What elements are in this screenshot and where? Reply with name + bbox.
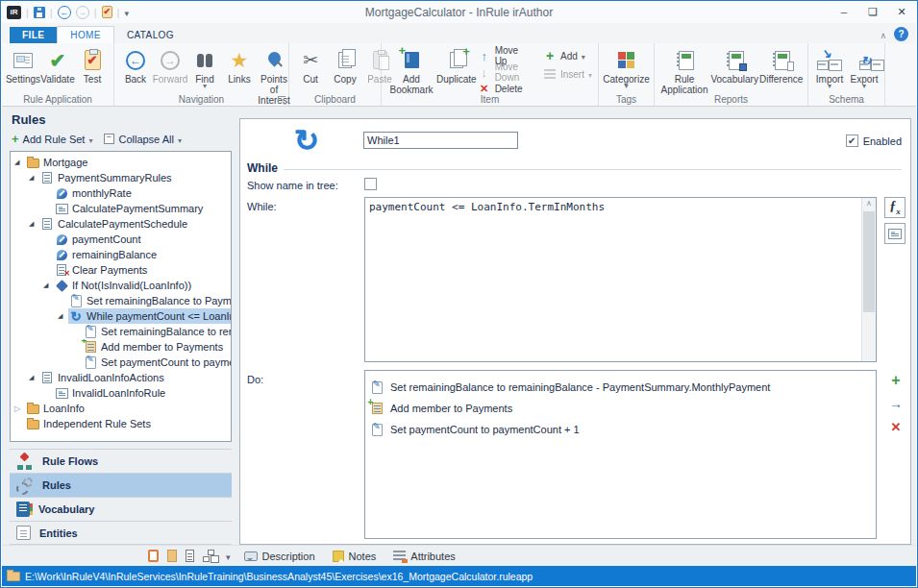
tab-notes[interactable]: Notes — [333, 551, 377, 562]
close-button[interactable] — [887, 2, 916, 23]
do-actions-list[interactable]: Set remainingBalance to remainingBalance… — [364, 370, 877, 539]
tree-item[interactable]: PaymentSummaryRules — [11, 170, 231, 185]
duplicate-button[interactable]: Duplicate — [437, 46, 476, 86]
tree-item[interactable]: Independent Rule Sets — [11, 416, 231, 431]
bookmark-view-icon[interactable] — [148, 550, 159, 562]
collapse-all-button[interactable]: Collapse All — [118, 134, 173, 145]
test-button[interactable]: Test — [75, 46, 110, 86]
tree-item[interactable]: Set remainingBalance to PaymentSum — [11, 293, 231, 308]
dropdown-caret-icon[interactable] — [226, 551, 231, 562]
add-bookmark-button[interactable]: Add Bookmark — [385, 46, 437, 96]
back-icon[interactable] — [58, 6, 71, 19]
tab-attributes[interactable]: Attributes — [393, 551, 455, 562]
dropdown-caret-icon[interactable] — [178, 134, 182, 145]
rules-tree[interactable]: Mortgage PaymentSummaryRules monthlyRate… — [10, 151, 232, 442]
tree-item[interactable]: InvalidLoanInfoActions — [11, 370, 231, 385]
tree-item[interactable]: CalculatePaymentSummary — [11, 201, 231, 216]
maximize-button[interactable] — [858, 2, 887, 23]
categorize-button[interactable]: Categorize — [603, 46, 650, 89]
scrollbar[interactable] — [861, 198, 876, 361]
tree-item[interactable]: Set paymentCount to paymentCo — [11, 355, 231, 370]
nav-rule-flows[interactable]: Rule Flows — [10, 449, 232, 473]
expander-icon[interactable] — [43, 282, 54, 289]
tree-item[interactable]: CalculatePaymentSchedule — [11, 216, 231, 232]
links-button[interactable]: Links — [222, 46, 257, 86]
dropdown-caret-icon[interactable] — [88, 134, 92, 145]
forward-icon[interactable] — [76, 6, 89, 19]
do-item[interactable]: Add member to Payments — [370, 398, 871, 419]
tree-item[interactable]: remainingBalance — [11, 247, 231, 262]
validate-button[interactable]: Validate — [40, 46, 75, 86]
description-label: Description — [262, 551, 315, 562]
tree-item[interactable]: InvalidLoanInfoRule — [11, 385, 231, 401]
show-name-checkbox[interactable] — [364, 178, 377, 190]
expander-icon[interactable] — [29, 174, 39, 182]
nav-rules[interactable]: Rules — [10, 473, 232, 497]
formula-editor-button[interactable] — [884, 197, 906, 218]
add-button[interactable]: Add — [541, 48, 594, 63]
move-down-button[interactable]: Move Down — [476, 64, 533, 80]
find-button[interactable]: Find — [187, 46, 222, 89]
notes-view-icon[interactable] — [167, 550, 177, 562]
tree-item[interactable]: LoanInfo — [11, 401, 231, 416]
app-logo-icon[interactable]: iR — [7, 6, 21, 19]
tab-file[interactable]: FILE — [10, 27, 57, 43]
tree-item[interactable]: Mortgage — [11, 155, 231, 170]
tab-home[interactable]: HOME — [57, 26, 114, 43]
save-icon[interactable] — [34, 7, 45, 18]
cut-button[interactable]: Cut — [293, 46, 328, 86]
while-loop-icon — [69, 309, 83, 323]
delete-action-button[interactable] — [886, 417, 906, 436]
move-down-label: Move Down — [495, 61, 532, 83]
group-label: Clipboard — [289, 94, 381, 105]
do-item[interactable]: Set remainingBalance to remainingBalance… — [370, 377, 871, 398]
enabled-checkbox[interactable] — [846, 135, 858, 147]
dialog-launcher-icon[interactable] — [278, 96, 285, 104]
settings-button[interactable]: Settings — [6, 46, 40, 86]
diagram-view-icon[interactable] — [203, 550, 217, 562]
tab-description[interactable]: Description — [244, 551, 315, 562]
tree-item[interactable]: monthlyRate — [11, 185, 231, 201]
import-button[interactable]: ↘ Import — [812, 46, 847, 89]
rule-editor-button[interactable] — [884, 223, 906, 244]
customize-toolbar-caret-icon[interactable] — [124, 7, 129, 18]
scrollbar-thumb[interactable] — [863, 211, 875, 312]
expander-icon[interactable] — [14, 404, 25, 413]
expander-icon[interactable] — [29, 374, 39, 381]
expander-icon[interactable] — [58, 312, 68, 320]
rule-name-input[interactable] — [363, 132, 518, 149]
expander-icon[interactable] — [29, 220, 39, 228]
insert-button[interactable]: Insert — [541, 66, 594, 82]
while-expression-text[interactable]: paymentCount <= LoanInfo.TermInMonths — [365, 198, 860, 361]
forward-button[interactable]: Forward — [153, 46, 187, 86]
expander-icon[interactable] — [14, 159, 25, 166]
back-button[interactable]: Back — [118, 46, 153, 86]
copy-button[interactable]: Copy — [328, 46, 362, 86]
vocabulary-report-button[interactable]: Vocabulary — [710, 46, 758, 86]
help-icon[interactable]: ? — [894, 27, 908, 41]
enabled-toggle[interactable]: Enabled — [846, 135, 902, 147]
scroll-up-icon[interactable] — [862, 199, 876, 208]
nav-vocabulary[interactable]: Vocabulary — [10, 497, 232, 521]
folder-icon — [7, 572, 20, 581]
rule-application-report-button[interactable]: Rule Application — [658, 46, 710, 96]
tree-item[interactable]: paymentCount — [11, 232, 231, 247]
tree-item[interactable]: If Not(IsInvalid(LoanInfo)) — [11, 278, 231, 293]
while-expression-box[interactable]: paymentCount <= LoanInfo.TermInMonths — [364, 197, 877, 362]
difference-report-button[interactable]: Difference — [758, 46, 804, 86]
add-action-button[interactable] — [886, 371, 906, 390]
minimize-button[interactable] — [830, 2, 858, 23]
collapse-ribbon-icon[interactable] — [880, 29, 886, 40]
tree-item[interactable]: Add member to Payments — [11, 339, 231, 355]
tree-item-selected[interactable]: While paymentCount <= LoanInfo.Te — [11, 308, 231, 324]
tree-item[interactable]: Clear Payments — [11, 262, 231, 278]
add-rule-set-button[interactable]: Add Rule Set — [23, 134, 86, 145]
test-icon[interactable] — [102, 6, 112, 18]
nav-entities[interactable]: Entities — [10, 521, 232, 545]
do-item[interactable]: Set paymentCount to paymentCount + 1 — [370, 419, 871, 440]
list-view-icon[interactable] — [186, 550, 194, 562]
export-button[interactable]: ↻ Export — [847, 46, 881, 89]
arrow-action-button[interactable] — [886, 394, 906, 413]
tab-catalog[interactable]: CATALOG — [114, 27, 186, 43]
tree-item[interactable]: Set remainingBalance to remainin — [11, 324, 231, 339]
